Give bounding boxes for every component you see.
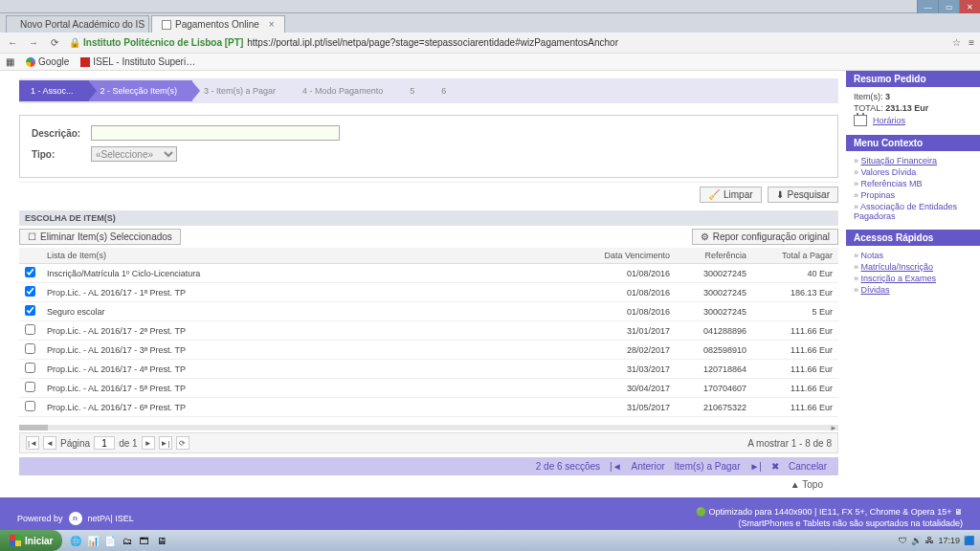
table-row[interactable]: Seguro escolar01/08/20163000272455 Eur <box>19 302 838 321</box>
row-data: 31/01/2017 <box>580 321 676 341</box>
cancel-icon[interactable]: ✖ <box>771 461 779 472</box>
monitor-icon: 🖥 <box>954 507 963 517</box>
bottom-nav-bar: 2 de 6 secções |◄ Anterior Item(s) a Pag… <box>19 457 838 475</box>
sidebar-menu-link[interactable]: Referências MB <box>861 178 923 189</box>
window-minimize-button[interactable]: — <box>917 0 938 13</box>
bookmark-isel[interactable]: ISEL - Instituto Superi… <box>80 56 195 67</box>
wizard-step-1[interactable]: 1 - Assoc... <box>19 80 89 101</box>
cancelar-link[interactable]: Cancelar <box>789 461 827 472</box>
row-lista: Prop.Lic. - AL 2016/17 - 1ª Prest. TP <box>41 283 580 302</box>
sidebar-menu-link[interactable]: Propinas <box>861 189 896 201</box>
row-checkbox[interactable] <box>25 286 35 297</box>
taskbar-chrome-icon[interactable]: 🌐 <box>68 533 83 548</box>
row-total: 111.66 Eur <box>752 379 838 398</box>
pager-first-button[interactable]: |◄ <box>26 436 39 450</box>
tray-shield-icon[interactable]: 🛡 <box>899 536 907 545</box>
taskbar-app-icon[interactable]: 📊 <box>85 533 100 548</box>
pesquisar-button[interactable]: ⬇ Pesquisar <box>768 187 838 203</box>
taskbar-app-icon[interactable]: 🗂 <box>120 533 135 548</box>
next-last-icon[interactable]: ►| <box>749 461 762 472</box>
scroll-handle[interactable] <box>19 425 48 430</box>
tray-desktop-icon[interactable]: 🟦 <box>964 536 974 545</box>
back-to-top[interactable]: ▲ Topo <box>19 475 838 494</box>
address-bar[interactable]: 🔒 Instituto Politécnico de Lisboa [PT] h… <box>69 37 961 48</box>
row-data: 30/04/2017 <box>580 379 676 398</box>
footer-note: (SmartPhones e Tablets não são suportado… <box>696 518 963 530</box>
col-total[interactable]: Total a Pagar <box>752 248 838 264</box>
repor-button[interactable]: ⚙ Repor configuração original <box>692 229 838 245</box>
limpar-button[interactable]: 🧹 Limpar <box>700 187 762 203</box>
table-row[interactable]: Inscrição/Matrícula 1º Ciclo-Licenciatur… <box>19 264 838 283</box>
netpa-logo-icon: n <box>69 512 82 525</box>
google-icon <box>26 57 35 67</box>
tipo-label: Tipo: <box>32 149 83 160</box>
sidebar-menu-link[interactable]: Valores Dívida <box>861 166 917 178</box>
row-data: 31/05/2017 <box>580 398 676 417</box>
prev-first-icon[interactable]: |◄ <box>610 461 622 472</box>
pager-last-button[interactable]: ►| <box>159 436 172 450</box>
col-ref[interactable]: Referência <box>676 248 752 264</box>
scroll-right-icon[interactable]: ► <box>829 424 838 431</box>
total-label: TOTAL: <box>854 103 883 113</box>
table-row[interactable]: Prop.Lic. - AL 2016/17 - 5ª Prest. TP30/… <box>19 379 838 398</box>
row-checkbox[interactable] <box>25 382 35 392</box>
col-lista[interactable]: Lista de Item(s) <box>41 248 580 264</box>
nav-back-button[interactable]: ← <box>6 37 19 48</box>
row-lista: Seguro escolar <box>41 302 580 321</box>
tray-network-icon[interactable]: 🖧 <box>925 536 934 545</box>
menu-contexto-header: Menu Contexto <box>846 135 980 151</box>
tab-title: Pagamentos Online <box>175 19 259 30</box>
apps-icon[interactable]: ▦ <box>6 56 14 67</box>
window-maximize-button[interactable]: ▭ <box>938 0 959 13</box>
windows-logo-icon <box>10 535 21 546</box>
browser-tab-0[interactable]: Novo Portal Académico do IS × <box>6 15 149 33</box>
pager-next-button[interactable]: ► <box>142 436 155 450</box>
sidebar-menu-link[interactable]: Associação de Entidades Pagadoras <box>854 201 957 222</box>
row-lista: Prop.Lic. - AL 2016/17 - 2ª Prest. TP <box>41 321 580 341</box>
sidebar-acesso-link[interactable]: Dívidas <box>861 284 890 296</box>
pager-page-input[interactable] <box>94 436 115 450</box>
itens-link[interactable]: Item(s) a Pagar <box>675 461 741 472</box>
sidebar-acesso-link[interactable]: Inscrição a Exames <box>861 273 937 284</box>
sidebar-acesso-link[interactable]: Matrícula/Inscrição <box>861 261 934 273</box>
chrome-menu-button[interactable]: ≡ <box>969 37 974 48</box>
bookmark-google[interactable]: Google <box>26 56 69 67</box>
wizard-step-2[interactable]: 2 - Selecção Item(s) <box>89 80 193 101</box>
tray-clock[interactable]: 17:19 <box>938 536 960 545</box>
window-close-button[interactable]: ✕ <box>959 0 980 13</box>
horizontal-scrollbar[interactable]: ◄ ► <box>19 425 838 430</box>
tray-volume-icon[interactable]: 🔊 <box>911 536 922 545</box>
tab-close-icon[interactable]: × <box>269 19 275 30</box>
row-checkbox[interactable] <box>25 324 35 335</box>
desc-input[interactable] <box>91 125 340 141</box>
table-row[interactable]: Prop.Lic. - AL 2016/17 - 6ª Prest. TP31/… <box>19 398 838 417</box>
table-row[interactable]: Prop.Lic. - AL 2016/17 - 1ª Prest. TP01/… <box>19 283 838 302</box>
taskbar-app-icon[interactable]: 🖥 <box>154 533 169 548</box>
horarios-link[interactable]: Horários <box>854 114 972 127</box>
row-checkbox[interactable] <box>25 363 35 373</box>
pager-prev-button[interactable]: ◄ <box>43 436 56 450</box>
taskbar-app-icon[interactable]: 🗔 <box>137 533 152 548</box>
bookmark-star-icon[interactable]: ☆ <box>952 37 961 48</box>
start-button[interactable]: Iniciar <box>0 530 62 551</box>
row-checkbox[interactable] <box>25 305 35 316</box>
nav-forward-button[interactable]: → <box>27 37 40 48</box>
taskbar-app-icon[interactable]: 📄 <box>102 533 118 548</box>
browser-tab-1[interactable]: Pagamentos Online × <box>151 15 285 33</box>
table-row[interactable]: Prop.Lic. - AL 2016/17 - 3ª Prest. TP28/… <box>19 341 838 360</box>
eliminar-button[interactable]: ☐ Eliminar Item(s) Seleccionados <box>19 229 181 245</box>
tipo-select[interactable]: «Seleccione» <box>91 146 177 162</box>
sidebar-acesso-link[interactable]: Notas <box>861 250 884 261</box>
row-checkbox[interactable] <box>25 343 35 354</box>
row-checkbox[interactable] <box>25 401 35 411</box>
row-checkbox[interactable] <box>25 267 35 277</box>
table-row[interactable]: Prop.Lic. - AL 2016/17 - 2ª Prest. TP31/… <box>19 321 838 341</box>
sidebar-menu-link[interactable]: Situação Financeira <box>861 155 938 166</box>
table-row[interactable]: Prop.Lic. - AL 2016/17 - 4ª Prest. TP31/… <box>19 360 838 379</box>
nav-reload-button[interactable]: ⟳ <box>48 37 61 48</box>
col-data[interactable]: Data Vencimento <box>580 248 676 264</box>
lock-icon: 🔒 Instituto Politécnico de Lisboa [PT] <box>69 37 243 48</box>
powered-by-label: Powered by <box>17 514 63 523</box>
pager-refresh-button[interactable]: ⟳ <box>176 436 189 450</box>
anterior-link[interactable]: Anterior <box>632 461 665 472</box>
